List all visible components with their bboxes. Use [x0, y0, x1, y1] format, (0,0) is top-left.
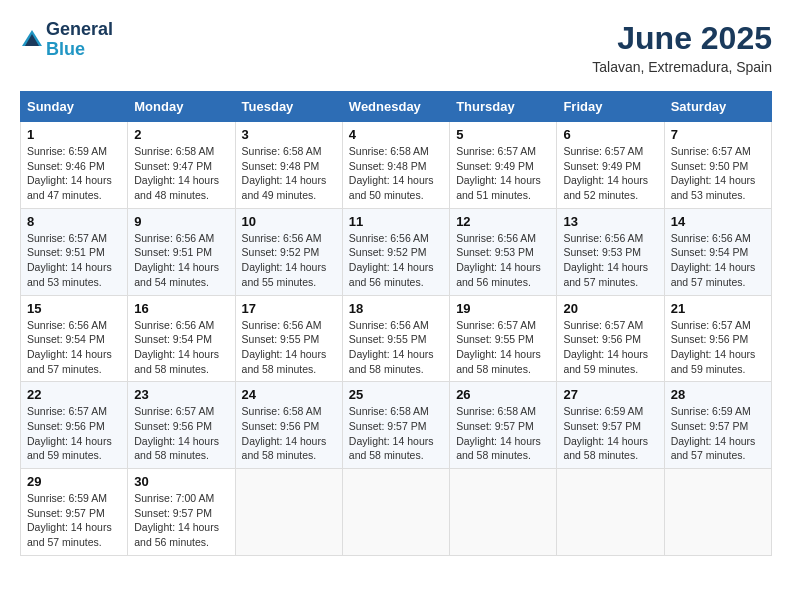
sunset-label: Sunset: 9:46 PM — [27, 160, 105, 172]
calendar-cell — [342, 469, 449, 556]
calendar-cell: 3 Sunrise: 6:58 AM Sunset: 9:48 PM Dayli… — [235, 122, 342, 209]
calendar-cell: 4 Sunrise: 6:58 AM Sunset: 9:48 PM Dayli… — [342, 122, 449, 209]
daylight-label: Daylight: 14 hours and 49 minutes. — [242, 174, 327, 201]
page-header: GeneralBlue June 2025 Talavan, Extremadu… — [20, 20, 772, 75]
daylight-label: Daylight: 14 hours and 54 minutes. — [134, 261, 219, 288]
column-header-friday: Friday — [557, 92, 664, 122]
day-info: Sunrise: 6:56 AM Sunset: 9:54 PM Dayligh… — [27, 318, 121, 377]
day-number: 14 — [671, 214, 765, 229]
calendar-week-row: 8 Sunrise: 6:57 AM Sunset: 9:51 PM Dayli… — [21, 208, 772, 295]
sunset-label: Sunset: 9:50 PM — [671, 160, 749, 172]
sunrise-label: Sunrise: 6:56 AM — [134, 232, 214, 244]
calendar-header-row: SundayMondayTuesdayWednesdayThursdayFrid… — [21, 92, 772, 122]
calendar-cell: 18 Sunrise: 6:56 AM Sunset: 9:55 PM Dayl… — [342, 295, 449, 382]
sunset-label: Sunset: 9:49 PM — [456, 160, 534, 172]
daylight-label: Daylight: 14 hours and 56 minutes. — [456, 261, 541, 288]
daylight-label: Daylight: 14 hours and 59 minutes. — [563, 348, 648, 375]
sunrise-label: Sunrise: 6:58 AM — [242, 405, 322, 417]
day-number: 16 — [134, 301, 228, 316]
day-number: 21 — [671, 301, 765, 316]
calendar-cell: 26 Sunrise: 6:58 AM Sunset: 9:57 PM Dayl… — [450, 382, 557, 469]
calendar-cell: 29 Sunrise: 6:59 AM Sunset: 9:57 PM Dayl… — [21, 469, 128, 556]
day-info: Sunrise: 6:57 AM Sunset: 9:56 PM Dayligh… — [563, 318, 657, 377]
sunset-label: Sunset: 9:49 PM — [563, 160, 641, 172]
day-number: 25 — [349, 387, 443, 402]
daylight-label: Daylight: 14 hours and 57 minutes. — [27, 348, 112, 375]
calendar-cell — [450, 469, 557, 556]
sunset-label: Sunset: 9:56 PM — [27, 420, 105, 432]
daylight-label: Daylight: 14 hours and 58 minutes. — [563, 435, 648, 462]
day-number: 26 — [456, 387, 550, 402]
column-header-saturday: Saturday — [664, 92, 771, 122]
sunset-label: Sunset: 9:53 PM — [563, 246, 641, 258]
calendar-cell: 15 Sunrise: 6:56 AM Sunset: 9:54 PM Dayl… — [21, 295, 128, 382]
calendar-cell — [664, 469, 771, 556]
day-info: Sunrise: 6:57 AM Sunset: 9:51 PM Dayligh… — [27, 231, 121, 290]
calendar-cell: 14 Sunrise: 6:56 AM Sunset: 9:54 PM Dayl… — [664, 208, 771, 295]
day-info: Sunrise: 6:56 AM Sunset: 9:54 PM Dayligh… — [671, 231, 765, 290]
day-number: 10 — [242, 214, 336, 229]
daylight-label: Daylight: 14 hours and 57 minutes. — [27, 521, 112, 548]
sunset-label: Sunset: 9:56 PM — [242, 420, 320, 432]
day-info: Sunrise: 6:57 AM Sunset: 9:50 PM Dayligh… — [671, 144, 765, 203]
calendar-cell: 30 Sunrise: 7:00 AM Sunset: 9:57 PM Dayl… — [128, 469, 235, 556]
daylight-label: Daylight: 14 hours and 58 minutes. — [242, 435, 327, 462]
calendar-cell: 25 Sunrise: 6:58 AM Sunset: 9:57 PM Dayl… — [342, 382, 449, 469]
daylight-label: Daylight: 14 hours and 57 minutes. — [671, 435, 756, 462]
calendar-week-row: 1 Sunrise: 6:59 AM Sunset: 9:46 PM Dayli… — [21, 122, 772, 209]
sunrise-label: Sunrise: 6:59 AM — [563, 405, 643, 417]
daylight-label: Daylight: 14 hours and 58 minutes. — [349, 348, 434, 375]
logo-text: GeneralBlue — [46, 20, 113, 60]
daylight-label: Daylight: 14 hours and 58 minutes. — [134, 348, 219, 375]
day-number: 15 — [27, 301, 121, 316]
day-number: 20 — [563, 301, 657, 316]
sunrise-label: Sunrise: 6:58 AM — [349, 145, 429, 157]
day-number: 11 — [349, 214, 443, 229]
sunrise-label: Sunrise: 6:56 AM — [27, 319, 107, 331]
day-number: 23 — [134, 387, 228, 402]
day-info: Sunrise: 6:57 AM Sunset: 9:49 PM Dayligh… — [456, 144, 550, 203]
day-number: 2 — [134, 127, 228, 142]
calendar-cell: 2 Sunrise: 6:58 AM Sunset: 9:47 PM Dayli… — [128, 122, 235, 209]
sunrise-label: Sunrise: 6:57 AM — [134, 405, 214, 417]
day-number: 4 — [349, 127, 443, 142]
day-number: 1 — [27, 127, 121, 142]
calendar-cell: 6 Sunrise: 6:57 AM Sunset: 9:49 PM Dayli… — [557, 122, 664, 209]
daylight-label: Daylight: 14 hours and 55 minutes. — [242, 261, 327, 288]
sunset-label: Sunset: 9:51 PM — [134, 246, 212, 258]
day-info: Sunrise: 7:00 AM Sunset: 9:57 PM Dayligh… — [134, 491, 228, 550]
day-info: Sunrise: 6:58 AM Sunset: 9:57 PM Dayligh… — [349, 404, 443, 463]
day-info: Sunrise: 6:56 AM Sunset: 9:51 PM Dayligh… — [134, 231, 228, 290]
daylight-label: Daylight: 14 hours and 53 minutes. — [671, 174, 756, 201]
sunrise-label: Sunrise: 6:56 AM — [349, 319, 429, 331]
day-info: Sunrise: 6:56 AM Sunset: 9:53 PM Dayligh… — [456, 231, 550, 290]
day-info: Sunrise: 6:59 AM Sunset: 9:46 PM Dayligh… — [27, 144, 121, 203]
day-info: Sunrise: 6:56 AM Sunset: 9:53 PM Dayligh… — [563, 231, 657, 290]
day-info: Sunrise: 6:59 AM Sunset: 9:57 PM Dayligh… — [671, 404, 765, 463]
calendar-week-row: 29 Sunrise: 6:59 AM Sunset: 9:57 PM Dayl… — [21, 469, 772, 556]
sunrise-label: Sunrise: 6:58 AM — [242, 145, 322, 157]
day-number: 13 — [563, 214, 657, 229]
day-info: Sunrise: 6:57 AM Sunset: 9:56 PM Dayligh… — [27, 404, 121, 463]
sunset-label: Sunset: 9:57 PM — [671, 420, 749, 432]
daylight-label: Daylight: 14 hours and 59 minutes. — [671, 348, 756, 375]
day-info: Sunrise: 6:59 AM Sunset: 9:57 PM Dayligh… — [27, 491, 121, 550]
sunrise-label: Sunrise: 6:56 AM — [242, 319, 322, 331]
sunrise-label: Sunrise: 6:56 AM — [349, 232, 429, 244]
calendar-cell: 16 Sunrise: 6:56 AM Sunset: 9:54 PM Dayl… — [128, 295, 235, 382]
day-info: Sunrise: 6:56 AM Sunset: 9:55 PM Dayligh… — [349, 318, 443, 377]
daylight-label: Daylight: 14 hours and 58 minutes. — [456, 348, 541, 375]
day-number: 28 — [671, 387, 765, 402]
calendar-cell: 12 Sunrise: 6:56 AM Sunset: 9:53 PM Dayl… — [450, 208, 557, 295]
sunset-label: Sunset: 9:54 PM — [134, 333, 212, 345]
location: Talavan, Extremadura, Spain — [592, 59, 772, 75]
column-header-thursday: Thursday — [450, 92, 557, 122]
day-info: Sunrise: 6:56 AM Sunset: 9:55 PM Dayligh… — [242, 318, 336, 377]
sunrise-label: Sunrise: 6:59 AM — [27, 145, 107, 157]
sunset-label: Sunset: 9:55 PM — [456, 333, 534, 345]
calendar-cell: 24 Sunrise: 6:58 AM Sunset: 9:56 PM Dayl… — [235, 382, 342, 469]
day-info: Sunrise: 6:58 AM Sunset: 9:56 PM Dayligh… — [242, 404, 336, 463]
calendar-cell — [557, 469, 664, 556]
sunset-label: Sunset: 9:57 PM — [349, 420, 427, 432]
day-info: Sunrise: 6:57 AM Sunset: 9:49 PM Dayligh… — [563, 144, 657, 203]
